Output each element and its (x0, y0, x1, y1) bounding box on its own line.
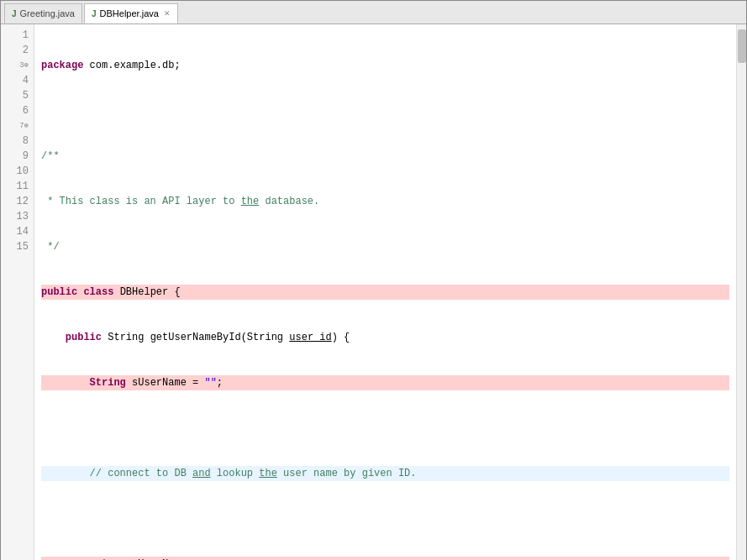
code-line-7: public String getUserNameById(String use… (41, 330, 729, 345)
ln3: 3⊕ (4, 58, 29, 73)
ln1: 1 (4, 28, 29, 43)
tab-greeting[interactable]: J Greeting.java (4, 3, 82, 24)
editor-tab-bar: J Greeting.java J DBHelper.java ✕ (1, 1, 746, 24)
ln10: 10 (4, 164, 29, 179)
ln7: 7⊕ (4, 118, 29, 133)
dbhelper-tab-close[interactable]: ✕ (164, 9, 171, 18)
ln8: 8 (4, 133, 29, 149)
editor-scrollbar[interactable] (736, 24, 746, 560)
ln12: 12 (4, 194, 29, 209)
ln15: 15 (4, 239, 29, 254)
ln6: 6 (4, 103, 29, 118)
editor-area: J Greeting.java J DBHelper.java ✕ 1 2 3⊕… (1, 1, 746, 560)
ln14: 14 (4, 224, 29, 239)
ln2: 2 (4, 43, 29, 58)
dbhelper-tab-icon: J (92, 9, 97, 18)
code-line-1: package com.example.db; (41, 58, 729, 73)
code-lines[interactable]: package com.example.db; /** * This class… (34, 24, 736, 560)
code-line-12: return sUserName; (41, 557, 729, 560)
ln13: 13 (4, 209, 29, 224)
code-line-2 (41, 103, 729, 118)
ln5: 5 (4, 88, 29, 103)
greeting-tab-icon: J (12, 9, 17, 18)
ln11: 11 (4, 179, 29, 194)
greeting-tab-label: Greeting.java (20, 8, 75, 18)
main-container: J Greeting.java J DBHelper.java ✕ 1 2 3⊕… (0, 0, 747, 560)
ln9: 9 (4, 149, 29, 164)
code-line-3: /** (41, 149, 729, 164)
code-line-8: String sUserName = ""; (41, 375, 729, 390)
code-line-11 (41, 511, 729, 526)
dbhelper-tab-label: DBHelper.java (100, 8, 159, 18)
code-line-6: public class DBHelper { (41, 285, 729, 300)
line-number-gutter: 1 2 3⊕ 4 5 6 7⊕ 8 9 10 11 12 13 14 15 (1, 24, 34, 560)
code-line-4: * This class is an API layer to the data… (41, 194, 729, 209)
code-line-10: // connect to DB and lookup the user nam… (41, 466, 729, 481)
ln4: 4 (4, 73, 29, 88)
code-editor: 1 2 3⊕ 4 5 6 7⊕ 8 9 10 11 12 13 14 15 pa… (1, 24, 746, 560)
tab-dbhelper[interactable]: J DBHelper.java ✕ (84, 3, 178, 24)
code-line-5: */ (41, 239, 729, 254)
code-line-9 (41, 421, 729, 436)
